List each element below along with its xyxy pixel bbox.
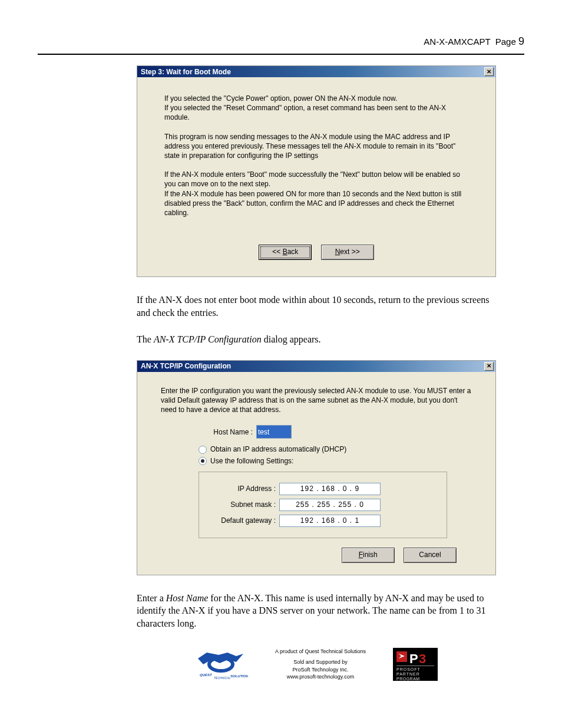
subnet-mask-input[interactable]: 255 . 255 . 255 . 0 [279,499,381,511]
tcpip-dialog: AN-X TCP/IP Configuration ✕ Enter the IP… [137,360,496,575]
header-divider [38,54,524,55]
close-icon[interactable]: ✕ [484,67,494,76]
ip-address-label: IP Address : [210,484,279,493]
page-footer: QUEST TECHNICAL SOLUTIONS A product of Q… [137,648,496,681]
doc-id: AN-X-AMXCAPT [424,37,490,47]
p3-logo: P 3 PROSOFT PARTNER PROGRAM [393,648,438,681]
tcpip-intro: Enter the IP configuration you want the … [161,386,472,415]
back-button[interactable]: << Back [259,245,312,260]
svg-text:PROGRAM: PROGRAM [396,677,420,681]
narrative-3-a: Enter a [137,593,166,603]
next-button[interactable]: Next >> [321,245,374,260]
host-name-label: Host Name : [177,427,256,437]
subnet-mask-label: Subnet mask : [210,500,279,509]
svg-text:3: 3 [419,651,426,666]
svg-text:SOLUTIONS: SOLUTIONS [230,674,248,678]
finish-button[interactable]: Finish [342,548,395,563]
svg-rect-8 [396,666,434,666]
step3-para3: If the AN-X module enters "Boot" mode su… [164,170,468,218]
narrative-2: The AN-X TCP/IP Configuration dialog app… [137,333,496,346]
step3-titlebar: Step 3: Wait for Boot Mode ✕ [137,66,495,77]
radio-dhcp[interactable] [199,446,207,454]
close-icon[interactable]: ✕ [484,362,494,371]
svg-text:QUEST: QUEST [200,673,213,677]
tcpip-title: AN-X TCP/IP Configuration [141,362,231,370]
svg-text:P: P [409,651,418,666]
host-name-input[interactable]: test [256,425,292,439]
narrative-1: If the AN-X does not enter boot mode wit… [137,294,496,319]
svg-text:PARTNER: PARTNER [396,672,420,676]
narrative-2-pre: The [137,334,154,344]
radio-dhcp-row[interactable]: Obtain an IP address automatically (DHCP… [199,444,472,454]
default-gateway-input[interactable]: 192 . 168 . 0 . 1 [279,515,381,527]
tcpip-titlebar: AN-X TCP/IP Configuration ✕ [137,361,495,372]
footer-line3: ProSoft Technology Inc. [275,666,366,674]
svg-text:TECHNICAL: TECHNICAL [214,676,231,680]
radio-static[interactable] [199,457,207,465]
page-header: AN-X-AMXCAPT Page 9 [38,35,524,48]
footer-line2: Sold and Supported by [275,658,366,666]
narrative-2-em: AN-X TCP/IP Configuration [154,334,262,344]
step3-title: Step 3: Wait for Boot Mode [141,68,231,76]
radio-dhcp-label: Obtain an IP address automatically (DHCP… [210,444,346,454]
svg-text:PROSOFT: PROSOFT [396,667,421,671]
step3-dialog: Step 3: Wait for Boot Mode ✕ If you sele… [137,65,496,277]
narrative-2-post: dialog appears. [262,334,321,344]
radio-static-label: Use the following Settings: [210,456,293,466]
narrative-3: Enter a Host Name for the AN-X. This nam… [137,592,496,630]
qts-logo: QUEST TECHNICAL SOLUTIONS [195,648,248,681]
cancel-button[interactable]: Cancel [404,548,457,563]
default-gateway-label: Default gateway : [210,516,279,525]
step3-para2: This program is now sending messages to … [164,132,468,161]
page-number: 9 [518,35,524,47]
ip-address-input[interactable]: 192 . 168 . 0 . 9 [279,483,381,495]
footer-text: A product of Quest Technical Solutions S… [275,648,366,681]
footer-line4: www.prosoft-technology.com [275,673,366,681]
radio-static-row[interactable]: Use the following Settings: [199,456,472,466]
step3-para1: If you selected the "Cycle Power" option… [164,94,468,123]
ip-settings-group: IP Address : 192 . 168 . 0 . 9 Subnet ma… [199,472,447,538]
footer-line1: A product of Quest Technical Solutions [275,648,366,655]
page-label: Page [495,37,516,47]
narrative-3-em: Host Name [166,593,209,603]
